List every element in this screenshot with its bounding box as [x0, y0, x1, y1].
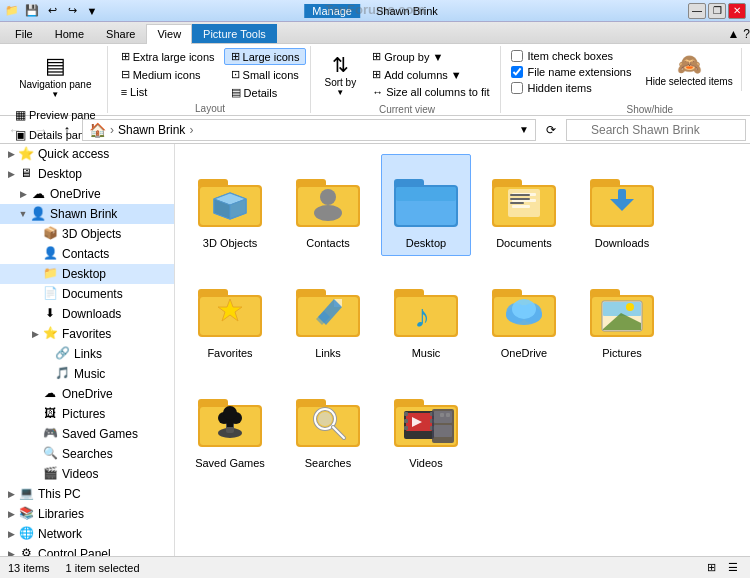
folder-favorites[interactable]: Favorites [185, 264, 275, 366]
hide-selected-button[interactable]: 🙈 Hide selected items [637, 48, 741, 91]
sidebar-item-searches[interactable]: 🔍 Searches [0, 444, 174, 464]
dropdown-icon[interactable]: ▼ [84, 3, 100, 19]
nav-pane-label: Navigation pane [19, 79, 91, 90]
details-view-button[interactable]: ☰ [724, 559, 742, 577]
sidebar-item-music[interactable]: 🎵 Music [0, 364, 174, 384]
small-icons-button[interactable]: ⊡ Small icons [224, 66, 307, 83]
desktop-arrow: ▶ [4, 169, 18, 179]
options-button[interactable]: ⚙ Options ▼ [744, 48, 750, 102]
folder-3d-objects-icon [194, 161, 266, 233]
tab-home[interactable]: Home [44, 24, 95, 43]
sort-by-button[interactable]: ⇅ Sort by ▼ [317, 48, 363, 102]
address-path[interactable]: 🏠 › Shawn Brink › ▼ [82, 119, 536, 141]
folder-music[interactable]: ♪ Music [381, 264, 471, 366]
sidebar-item-onedrive[interactable]: ▶ ☁ OneDrive [0, 184, 174, 204]
hidden-items-input[interactable] [511, 82, 523, 94]
up-button[interactable]: ↑ [56, 119, 78, 141]
large-icons-view-button[interactable]: ⊞ [702, 559, 720, 577]
close-button[interactable]: ✕ [728, 3, 746, 19]
small-icons-icon: ⊡ [231, 68, 240, 81]
sidebar-item-control-panel[interactable]: ▶ ⚙ Control Panel [0, 544, 174, 556]
sidebar-item-downloads[interactable]: ⬇ Downloads [0, 304, 174, 324]
sidebar-item-videos[interactable]: 🎬 Videos [0, 464, 174, 484]
quick-access-icon[interactable]: 💾 [24, 3, 40, 19]
sidebar-item-pictures[interactable]: 🖼 Pictures [0, 404, 174, 424]
folder-searches[interactable]: Searches [283, 374, 373, 476]
sidebar-item-desktop-sub[interactable]: 📁 Desktop [0, 264, 174, 284]
folder-downloads[interactable]: Downloads [577, 154, 667, 256]
folder-contacts-label: Contacts [306, 237, 349, 249]
folder-3d-objects[interactable]: 3D Objects [185, 154, 275, 256]
undo-icon[interactable]: ↩ [44, 3, 60, 19]
folder-videos[interactable]: Videos [381, 374, 471, 476]
refresh-button[interactable]: ⟳ [540, 119, 562, 141]
size-all-button[interactable]: ↔ Size all columns to fit [365, 84, 496, 100]
folder-contacts[interactable]: Contacts [283, 154, 373, 256]
redo-icon[interactable]: ↪ [64, 3, 80, 19]
help-icon[interactable]: ? [743, 27, 750, 41]
folder-links-icon [292, 271, 364, 343]
list-button[interactable]: ≡ List [114, 84, 222, 100]
search-input[interactable] [566, 119, 746, 141]
svg-point-10 [320, 189, 336, 205]
tab-view[interactable]: View [146, 24, 192, 44]
tab-picture-tools[interactable]: Picture Tools [192, 24, 277, 43]
add-columns-button[interactable]: ⊞ Add columns ▼ [365, 66, 496, 83]
sidebar-item-network[interactable]: ▶ 🌐 Network [0, 524, 174, 544]
item-check-boxes-input[interactable] [511, 50, 523, 62]
folder-favorites-icon [194, 271, 266, 343]
sidebar-item-documents[interactable]: 📄 Documents [0, 284, 174, 304]
sidebar-item-onedrive-sub[interactable]: ☁ OneDrive [0, 384, 174, 404]
svg-rect-86 [404, 426, 408, 430]
maximize-button[interactable]: ❐ [708, 3, 726, 19]
sidebar-item-libraries[interactable]: ▶ 📚 Libraries [0, 504, 174, 524]
file-name-extensions-checkbox[interactable]: File name extensions [511, 66, 631, 78]
group-by-button[interactable]: ⊞ Group by ▼ [365, 48, 496, 65]
tab-share[interactable]: Share [95, 24, 146, 43]
hidden-items-checkbox[interactable]: Hidden items [511, 82, 631, 94]
pictures-icon: 🖼 [42, 406, 58, 422]
folder-desktop[interactable]: Desktop [381, 154, 471, 256]
hide-selected-icon: 🙈 [677, 52, 702, 76]
sidebar-item-desktop[interactable]: ▶ 🖥 Desktop [0, 164, 174, 184]
minimize-button[interactable]: — [688, 3, 706, 19]
sidebar-item-shawn-brink[interactable]: ▼ 👤 Shawn Brink [0, 204, 174, 224]
folder-music-icon: ♪ [390, 271, 462, 343]
sidebar-item-saved-games[interactable]: 🎮 Saved Games [0, 424, 174, 444]
folder-links[interactable]: Links [283, 264, 373, 366]
item-check-boxes-checkbox[interactable]: Item check boxes [511, 50, 631, 62]
home-icon: 🏠 [89, 122, 106, 138]
ribbon-group-panes: ▤ Navigation pane ▼ ▦ Preview pane ▣ Det… [4, 46, 108, 113]
sidebar-item-quick-access[interactable]: ▶ ⭐ Quick access [0, 144, 174, 164]
manage-tab[interactable]: Manage [304, 4, 360, 18]
sort-icon: ⇅ [332, 53, 349, 77]
breadcrumb-shawn-brink[interactable]: Shawn Brink [118, 123, 185, 137]
sidebar-item-3d-objects[interactable]: 📦 3D Objects [0, 224, 174, 244]
medium-icons-button[interactable]: ⊟ Medium icons [114, 66, 222, 83]
folder-documents[interactable]: Documents [479, 154, 569, 256]
address-dropdown-icon[interactable]: ▼ [519, 124, 529, 135]
folder-downloads-icon [586, 161, 658, 233]
sidebar-item-contacts[interactable]: 👤 Contacts [0, 244, 174, 264]
ribbon-collapse-icon[interactable]: ▲ [727, 27, 739, 41]
large-icons-button[interactable]: ⊞ Large icons [224, 48, 307, 65]
libraries-arrow: ▶ [4, 509, 18, 519]
folder-pictures[interactable]: Pictures [577, 264, 667, 366]
status-bar: 13 items 1 item selected ⊞ ☰ [0, 556, 750, 578]
sidebar-item-favorites[interactable]: ▶ ⭐ Favorites [0, 324, 174, 344]
folder-videos-icon [390, 381, 462, 453]
medium-icons-icon: ⊟ [121, 68, 130, 81]
sidebar-item-links[interactable]: 🔗 Links [0, 344, 174, 364]
sidebar-item-this-pc[interactable]: ▶ 💻 This PC [0, 484, 174, 504]
back-button[interactable]: ← [4, 119, 26, 141]
folder-onedrive[interactable]: OneDrive [479, 264, 569, 366]
tab-file[interactable]: File [4, 24, 44, 43]
nav-pane-button[interactable]: ▤ Navigation pane ▼ [8, 48, 103, 104]
forward-button[interactable]: → [30, 119, 52, 141]
current-view-group-label: Current view [379, 104, 435, 115]
file-name-extensions-input[interactable] [511, 66, 523, 78]
large-icons-icon: ⊞ [231, 50, 240, 63]
folder-saved-games[interactable]: Saved Games [185, 374, 275, 476]
extra-large-icons-button[interactable]: ⊞ Extra large icons [114, 48, 222, 65]
details-button[interactable]: ▤ Details [224, 84, 307, 101]
